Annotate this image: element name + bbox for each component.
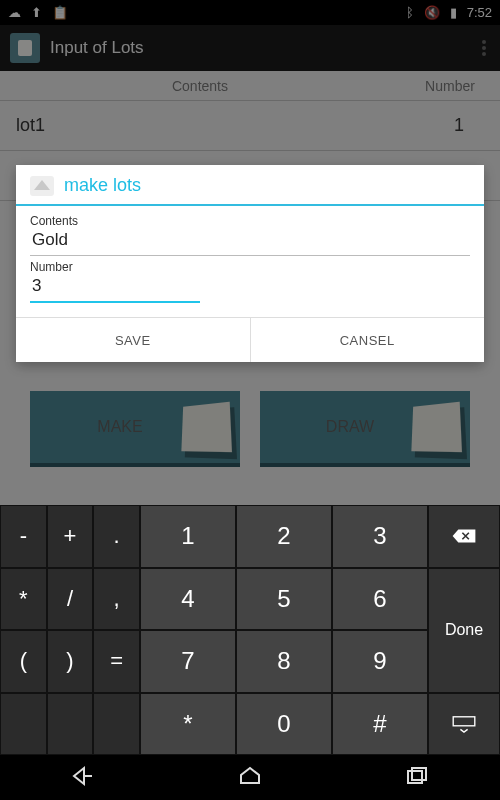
key-minus[interactable]: - [0, 505, 47, 568]
key-hide-keyboard[interactable] [428, 693, 500, 756]
key-blank[interactable] [47, 693, 94, 756]
key-blank[interactable] [93, 693, 140, 756]
contents-input[interactable]: Gold [30, 228, 470, 256]
key-hash[interactable]: # [332, 693, 428, 756]
key-equals[interactable]: = [93, 630, 140, 693]
home-button[interactable] [237, 765, 263, 791]
key-done[interactable]: Done [428, 568, 500, 693]
key-9[interactable]: 9 [332, 630, 428, 693]
key-star[interactable]: * [140, 693, 236, 756]
svg-rect-0 [453, 717, 475, 726]
key-slash[interactable]: / [47, 568, 94, 631]
make-lots-dialog: make lots Contents Gold Number 3 SAVE CA… [16, 165, 484, 362]
key-4[interactable]: 4 [140, 568, 236, 631]
key-6[interactable]: 6 [332, 568, 428, 631]
navigation-bar [0, 755, 500, 800]
number-input[interactable]: 3 [30, 274, 200, 303]
svg-rect-2 [412, 768, 426, 780]
save-button[interactable]: SAVE [16, 318, 251, 362]
back-button[interactable] [70, 765, 96, 791]
number-label: Number [30, 260, 470, 274]
key-0[interactable]: 0 [236, 693, 332, 756]
key-plus[interactable]: + [47, 505, 94, 568]
make-label: MAKE [97, 418, 142, 436]
numeric-keyboard: - + . * / , ( ) = 1 2 3 4 5 6 7 8 9 * 0 … [0, 505, 500, 755]
key-blank[interactable] [0, 693, 47, 756]
key-backspace[interactable] [428, 505, 500, 568]
key-comma[interactable]: , [93, 568, 140, 631]
backspace-icon [451, 527, 477, 545]
key-rparen[interactable]: ) [47, 630, 94, 693]
cancel-button[interactable]: CANSEL [251, 318, 485, 362]
key-7[interactable]: 7 [140, 630, 236, 693]
key-5[interactable]: 5 [236, 568, 332, 631]
key-dot[interactable]: . [93, 505, 140, 568]
hide-keyboard-icon [451, 715, 477, 733]
key-8[interactable]: 8 [236, 630, 332, 693]
key-2[interactable]: 2 [236, 505, 332, 568]
dialog-icon [30, 176, 54, 196]
key-lparen[interactable]: ( [0, 630, 47, 693]
key-1[interactable]: 1 [140, 505, 236, 568]
key-3[interactable]: 3 [332, 505, 428, 568]
svg-rect-1 [408, 771, 422, 783]
key-asterisk[interactable]: * [0, 568, 47, 631]
dialog-title: make lots [64, 175, 141, 196]
draw-label: DRAW [326, 418, 374, 436]
dialog-header: make lots [16, 165, 484, 206]
contents-label: Contents [30, 214, 470, 228]
recent-apps-button[interactable] [404, 765, 430, 791]
